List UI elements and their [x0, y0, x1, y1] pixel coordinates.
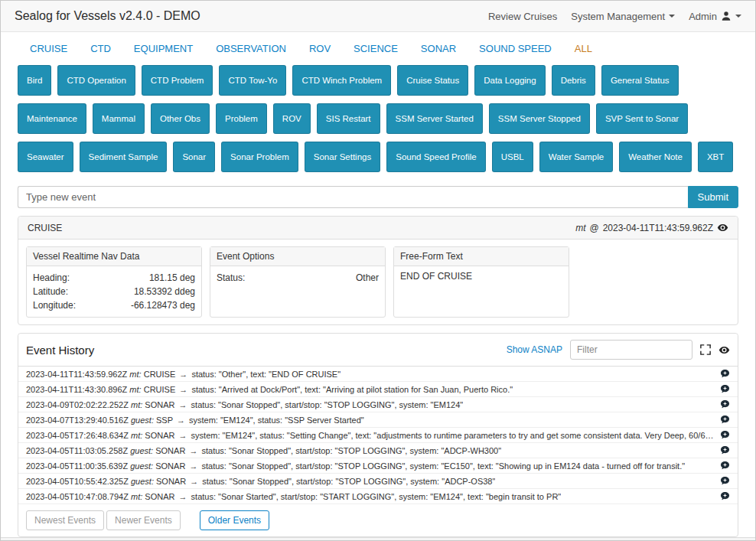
navbar-right: Review Cruises System Management Admin	[488, 11, 741, 22]
event-button-sonar[interactable]: Sonar	[173, 142, 215, 172]
event-button-problem[interactable]: Problem	[216, 103, 267, 134]
event-author: mt:	[131, 400, 145, 409]
event-history-title: Event History	[26, 344, 94, 357]
event-author: guest:	[130, 446, 155, 455]
tab-observation[interactable]: OBSERVATION	[216, 43, 286, 54]
event-options-panel: Event Options Status:Other	[210, 246, 386, 318]
submit-button[interactable]: Submit	[688, 186, 738, 208]
event-history-row[interactable]: 2023-04-05T11:00:35.639Z guest: SONAR → …	[18, 458, 738, 474]
eye-icon[interactable]	[717, 222, 728, 233]
tab-sonar[interactable]: SONAR	[421, 43, 456, 54]
event-button-ssm-server-stopped[interactable]: SSM Server Stopped	[489, 103, 590, 134]
tab-ctd[interactable]: CTD	[90, 43, 111, 54]
event-button-general-status[interactable]: General Status	[601, 65, 679, 96]
arrow-icon: →	[179, 431, 187, 440]
event-value: SONAR	[155, 446, 187, 455]
event-button-sonar-settings[interactable]: Sonar Settings	[305, 142, 380, 172]
add-comment-icon[interactable]	[720, 445, 730, 455]
event-button-data-logging[interactable]: Data Logging	[474, 65, 545, 96]
tab-all[interactable]: ALL	[575, 43, 592, 54]
event-button-other-obs[interactable]: Other Obs	[151, 103, 210, 134]
nav-review-cruises[interactable]: Review Cruises	[488, 11, 557, 22]
event-history-header: Event History Show ASNAP	[18, 334, 738, 367]
add-comment-icon[interactable]	[720, 476, 730, 486]
event-value: SONAR	[145, 400, 177, 409]
cruise-card-stamp: mt @ 2023-04-11T11:43:59.962Z	[575, 222, 728, 233]
pagination-older-events[interactable]: Older Events	[200, 510, 269, 530]
event-button-svp-sent-to-sonar[interactable]: SVP Sent to Sonar	[596, 103, 688, 134]
freeform-panel-body: END OF CRUISE	[394, 266, 569, 317]
event-row-text: 2023-04-05T11:03:05.258Z guest: SONAR → …	[26, 446, 501, 455]
event-history-row[interactable]: 2023-04-05T10:55:42.325Z guest: SONAR → …	[18, 474, 738, 489]
add-comment-icon[interactable]	[720, 415, 730, 425]
add-comment-icon[interactable]	[720, 384, 730, 394]
expand-icon[interactable]	[700, 344, 711, 355]
chevron-down-icon	[735, 15, 741, 18]
add-comment-icon[interactable]	[720, 430, 730, 440]
event-button-mammal[interactable]: Mammal	[93, 103, 145, 134]
event-timestamp: 2023-04-07T13:29:40.516Z	[26, 416, 131, 425]
add-comment-icon[interactable]	[720, 399, 730, 409]
add-comment-icon[interactable]	[720, 369, 730, 379]
show-asnap-link[interactable]: Show ASNAP	[507, 344, 562, 355]
event-details: status: "Sonar Stopped", start/stop: "ST…	[200, 477, 495, 486]
pagination-newer-events[interactable]: Newer Events	[106, 510, 181, 530]
data-row-label: Heading:	[33, 271, 70, 285]
event-button-weather-note[interactable]: Weather Note	[619, 142, 692, 172]
add-comment-icon[interactable]	[720, 461, 730, 471]
event-button-ctd-operation[interactable]: CTD Operation	[57, 65, 135, 96]
event-button-ssm-server-started[interactable]: SSM Server Started	[386, 103, 483, 134]
event-history-row[interactable]: 2023-04-11T11:43:30.896Z mt: CRUISE → st…	[18, 382, 738, 397]
event-button-sis-restart[interactable]: SIS Restart	[317, 103, 380, 134]
event-options-body: Status:Other	[210, 266, 385, 317]
filter-input[interactable]	[570, 340, 692, 360]
tab-cruise[interactable]: CRUISE	[30, 43, 67, 54]
event-history-row[interactable]: 2023-04-09T02:02:22.252Z mt: SONAR → sta…	[18, 397, 738, 412]
nav-admin-dropdown[interactable]: Admin	[689, 11, 741, 22]
event-button-ctd-tow-yo[interactable]: CTD Tow-Yo	[219, 65, 286, 96]
event-button-bird[interactable]: Bird	[18, 65, 51, 96]
eye-icon[interactable]	[719, 344, 730, 356]
event-button-ctd-winch-problem[interactable]: CTD Winch Problem	[292, 65, 391, 96]
event-row-text: 2023-04-05T17:26:48.634Z mt: SONAR → sys…	[26, 431, 714, 440]
event-button-maintenance[interactable]: Maintenance	[18, 103, 86, 134]
event-button-cruise-status[interactable]: Cruise Status	[397, 65, 468, 96]
nav-data-panel-title: Vessel Realtime Nav Data	[27, 247, 201, 266]
event-history-row[interactable]: 2023-04-07T13:29:40.516Z guest: SSP → sy…	[18, 412, 738, 428]
arrow-icon: →	[179, 385, 187, 394]
event-author: mt	[575, 223, 585, 233]
nav-system-management-dropdown[interactable]: System Management	[571, 11, 675, 22]
event-history-row[interactable]: 2023-04-05T10:47:08.794Z mt: SONAR → sta…	[18, 489, 738, 504]
event-row-text: 2023-04-05T10:55:42.325Z guest: SONAR → …	[26, 477, 495, 486]
event-button-sediment-sample[interactable]: Sediment Sample	[80, 142, 168, 172]
arrow-icon: →	[189, 446, 197, 455]
freeform-panel-title: Free-Form Text	[394, 247, 569, 266]
event-details: status: "Arrived at Dock/Port", text: "A…	[189, 385, 513, 394]
pagination-newest-events[interactable]: Newest Events	[26, 510, 104, 530]
event-button-sound-speed-profile[interactable]: Sound Speed Profile	[386, 142, 486, 172]
event-history-row[interactable]: 2023-04-05T17:26:48.634Z mt: SONAR → sys…	[18, 428, 738, 443]
event-button-debris[interactable]: Debris	[552, 65, 595, 96]
event-button-ctd-problem[interactable]: CTD Problem	[142, 65, 213, 96]
data-row-value: Other	[356, 271, 379, 285]
tab-equipment[interactable]: EQUIPMENT	[134, 43, 193, 54]
tab-rov[interactable]: ROV	[309, 43, 331, 54]
cruise-card: CRUISE mt @ 2023-04-11T11:43:59.962Z Ves…	[18, 216, 738, 325]
data-row-value: 181.15 deg	[149, 271, 195, 285]
new-event-input[interactable]	[18, 186, 688, 208]
event-timestamp: 2023-04-11T11:43:59.962Z	[26, 370, 129, 379]
tab-science[interactable]: SCIENCE	[354, 43, 398, 54]
event-button-sonar-problem[interactable]: Sonar Problem	[221, 142, 298, 172]
event-button-rov[interactable]: ROV	[273, 103, 311, 134]
tab-sound-speed[interactable]: SOUND SPEED	[479, 43, 552, 54]
event-author: mt:	[131, 492, 145, 501]
event-button-usbl[interactable]: USBL	[492, 142, 533, 172]
event-row-text: 2023-04-11T11:43:59.962Z mt: CRUISE → st…	[26, 370, 341, 379]
event-button-seawater[interactable]: Seawater	[18, 142, 73, 172]
event-button-water-sample[interactable]: Water Sample	[539, 142, 613, 172]
add-comment-icon[interactable]	[720, 491, 730, 501]
event-history-row[interactable]: 2023-04-11T11:43:59.962Z mt: CRUISE → st…	[18, 367, 738, 382]
event-button-xbt[interactable]: XBT	[698, 142, 733, 172]
event-history-row[interactable]: 2023-04-05T11:03:05.258Z guest: SONAR → …	[18, 443, 738, 458]
arrow-icon: →	[177, 416, 185, 425]
